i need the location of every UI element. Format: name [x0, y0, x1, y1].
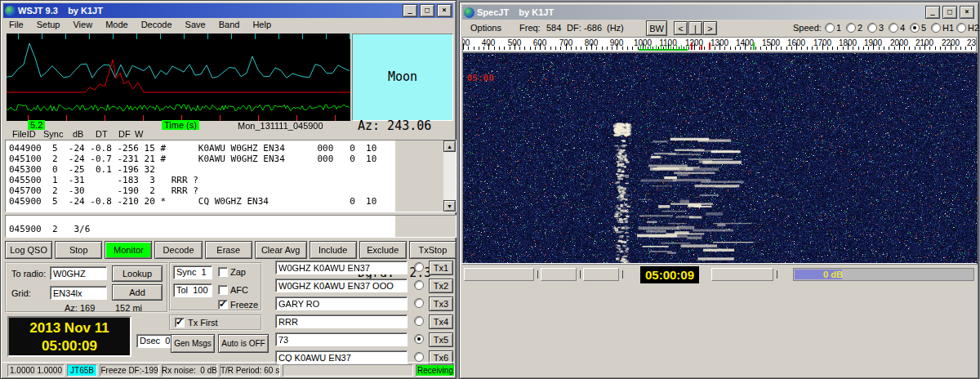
menu-save[interactable]: Save: [180, 19, 212, 32]
speed-radio-4[interactable]: [889, 23, 898, 33]
specjt-minimize-icon[interactable]: _: [925, 6, 940, 19]
tx5-radio[interactable]: [414, 334, 424, 344]
file-label: Mon_131111_045900: [238, 121, 323, 131]
speed-radio-h1[interactable]: [931, 23, 941, 33]
wsjt-window: WSJT 9.3 by K1JT _ □ × File Setup View M…: [0, 0, 457, 379]
azimuth-label: Az: 169: [65, 303, 95, 313]
speed-label-h1: H1: [942, 23, 954, 33]
tx2-radio[interactable]: [414, 280, 424, 290]
maximize-icon[interactable]: □: [420, 4, 434, 17]
tx3-message-input[interactable]: [275, 297, 408, 310]
strip-tick-2: [580, 270, 581, 279]
tx-first-checkbox[interactable]: [175, 318, 185, 328]
tx1-radio[interactable]: [414, 262, 424, 272]
tx5-message-input[interactable]: [275, 332, 408, 346]
specjt-app-icon: [464, 7, 474, 18]
scroll-left-button[interactable]: <: [674, 21, 688, 35]
tx4-radio[interactable]: [414, 316, 424, 326]
specjt-options-menu[interactable]: Options: [465, 22, 507, 33]
waterfall-canvas[interactable]: [462, 52, 978, 265]
stop-button[interactable]: Stop: [55, 241, 102, 259]
scroll-right-button[interactable]: >: [703, 21, 717, 35]
average-text[interactable]: 045900 2 3/6: [6, 216, 395, 237]
utc-time-display: 05:00:09: [640, 266, 699, 283]
col-header-dt: DT: [96, 129, 108, 139]
specjt-titlebar[interactable]: SpecJT by K1JT _ □ ×: [462, 5, 976, 20]
auto-button[interactable]: Auto is OFF: [218, 334, 269, 353]
df-label: DF:: [567, 23, 581, 33]
hz-label: (Hz): [607, 23, 624, 33]
bw-button[interactable]: BW: [646, 20, 667, 36]
tx4-button[interactable]: Tx4: [429, 314, 453, 329]
decode-text[interactable]: 044900 5 -24 -0.8 -256 15 # K0AWU W0GHZ …: [6, 140, 395, 212]
menu-help[interactable]: Help: [247, 19, 277, 32]
speed-radio-2[interactable]: [846, 23, 856, 33]
status-receiving-badge: Receiving: [416, 364, 455, 377]
scroll-up-icon[interactable]: ▲: [443, 140, 456, 152]
menu-view[interactable]: View: [67, 19, 98, 32]
menu-file[interactable]: File: [3, 19, 29, 32]
clear-avg-button[interactable]: Clear Avg: [255, 241, 307, 259]
monitor-button[interactable]: Monitor: [105, 241, 152, 259]
scroll-center-button[interactable]: |: [688, 21, 702, 35]
col-header-w: W: [135, 129, 143, 139]
decode-button[interactable]: Decode: [154, 241, 202, 259]
speed-radio-1[interactable]: [825, 23, 835, 33]
strip-tick-1: [537, 270, 538, 279]
tx3-button[interactable]: Tx3: [429, 297, 453, 311]
wsjt-titlebar[interactable]: WSJT 9.3 by K1JT _ □ ×: [3, 3, 453, 18]
decode-scrollbar[interactable]: ▲ ▼: [443, 140, 456, 212]
decode-filler: [395, 140, 443, 212]
close-icon[interactable]: ×: [437, 4, 452, 17]
tx3-radio[interactable]: [414, 298, 424, 308]
to-radio-input[interactable]: [50, 266, 107, 280]
freeze-checkbox[interactable]: [218, 300, 228, 310]
grid-input[interactable]: [50, 286, 107, 300]
speed-label-1: 1: [836, 23, 841, 33]
txstop-button[interactable]: TxStop: [409, 241, 457, 259]
menu-setup[interactable]: Setup: [31, 19, 66, 32]
speed-radio-3[interactable]: [867, 23, 877, 33]
erase-button[interactable]: Erase: [205, 241, 252, 259]
log-qso-button[interactable]: Log QSO: [5, 241, 52, 259]
freeze-label: Freeze: [230, 300, 258, 310]
minimize-icon[interactable]: _: [403, 4, 417, 17]
menu-decode[interactable]: Decode: [136, 19, 178, 32]
moon-title: Moon: [358, 69, 448, 85]
freq-label: Freq:: [519, 23, 541, 33]
moon-panel: Moon Az: 243.06 El: 13.72 Dop: -291 Dgrd…: [352, 33, 453, 121]
speed-radio-5[interactable]: [910, 23, 920, 33]
afc-checkbox[interactable]: [218, 285, 228, 295]
strip-panel-2: [541, 268, 577, 281]
zap-checkbox[interactable]: [218, 267, 228, 277]
wsjt-window-title: WSJT 9.3 by K1JT: [18, 6, 400, 16]
gen-msgs-button[interactable]: Gen Msgs: [171, 334, 215, 353]
tx1-button[interactable]: Tx1: [429, 261, 453, 275]
exclude-button[interactable]: Exclude: [359, 241, 407, 259]
tx2-message-input[interactable]: [275, 279, 408, 292]
tol-field[interactable]: Tol 100: [173, 283, 212, 297]
specjt-close-icon[interactable]: ×: [960, 6, 974, 19]
afc-label: AFC: [230, 285, 248, 295]
specjt-maximize-icon[interactable]: □: [942, 6, 957, 19]
grid-label: Grid:: [11, 288, 31, 298]
sync-field[interactable]: Sync 1: [173, 265, 212, 279]
add-button[interactable]: Add: [112, 284, 163, 301]
tx2-button[interactable]: Tx2: [429, 279, 453, 293]
tx6-radio[interactable]: [414, 352, 424, 362]
col-header-fileid: FileID: [12, 129, 36, 139]
tx4-message-input[interactable]: [275, 314, 408, 328]
tx5-button[interactable]: Tx5: [429, 332, 453, 347]
scroll-down-icon[interactable]: ▼: [443, 200, 456, 212]
speed-label-2: 2: [858, 23, 862, 33]
tx1-message-input[interactable]: [275, 261, 408, 274]
col-header-sync: Sync: [43, 129, 63, 139]
speed-radio-h2[interactable]: [956, 23, 966, 33]
menu-band[interactable]: Band: [213, 19, 246, 32]
include-button[interactable]: Include: [310, 241, 357, 259]
status-rx-noise: Rx noise: 0 dB: [162, 364, 217, 377]
lookup-button[interactable]: Lookup: [112, 265, 163, 282]
rx-level-meter: 0 dB: [793, 268, 974, 281]
menu-mode[interactable]: Mode: [100, 19, 134, 32]
clock-time: 05:00:09: [9, 337, 130, 355]
